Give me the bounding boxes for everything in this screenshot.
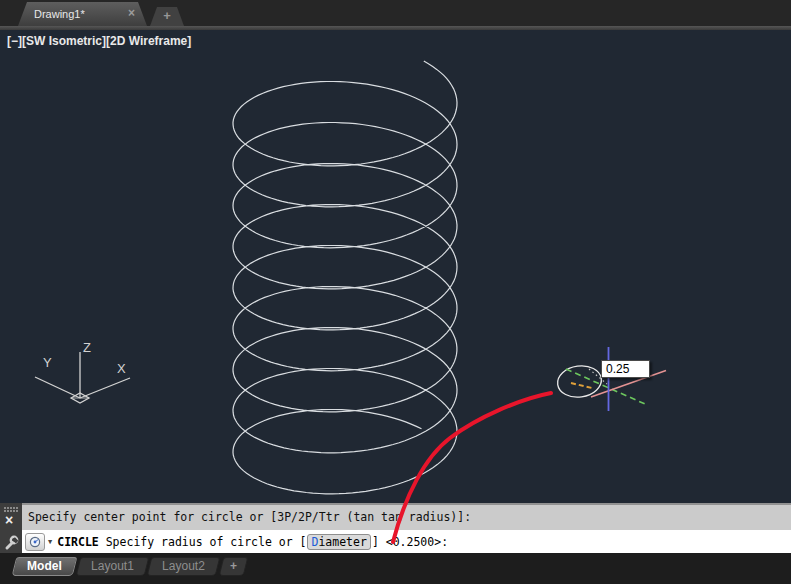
- file-tab-bar: Drawing1* × +: [0, 0, 791, 26]
- tab-layout1[interactable]: Layout1: [75, 557, 148, 576]
- model-canvas[interactable]: [−][SW Isometric][2D Wireframe]: [0, 30, 791, 503]
- file-tab-drawing1[interactable]: Drawing1* ×: [18, 2, 147, 26]
- tab-layout2[interactable]: Layout2: [147, 557, 220, 576]
- file-tab-close-icon[interactable]: ×: [128, 2, 135, 25]
- file-tab-label: Drawing1*: [34, 2, 85, 26]
- customize-wrench-icon[interactable]: [3, 535, 19, 551]
- command-circle-icon[interactable]: [25, 533, 45, 551]
- autocad-window: Drawing1* × + [−][SW Isometric][2D Wiref…: [0, 0, 791, 584]
- new-layout-button[interactable]: +: [219, 557, 249, 576]
- command-panel-strip: ×: [0, 503, 22, 553]
- viewport-minimize-control[interactable]: [−]: [7, 34, 22, 48]
- tab-model[interactable]: Model: [12, 557, 77, 576]
- command-prompt-suffix: ] <0.2500>:: [372, 535, 448, 549]
- command-panel: × Specify center point for circle or [3P…: [0, 503, 791, 553]
- command-history-line: Specify center point for circle or [3P/2…: [22, 503, 791, 530]
- command-prompt-text: Specify radius of circle or [: [99, 535, 307, 549]
- dynamic-input-tooltip[interactable]: 0.25: [601, 360, 650, 378]
- viewport-controls: [−][SW Isometric][2D Wireframe]: [7, 34, 191, 48]
- layout-tab-bar: Model Layout1 Layout2 +: [0, 553, 791, 584]
- command-option-diameter[interactable]: Diameter: [307, 534, 370, 550]
- viewport-visual-style-control[interactable]: [2D Wireframe]: [106, 34, 191, 48]
- drag-grip-icon[interactable]: [4, 507, 6, 509]
- command-close-button[interactable]: ×: [5, 513, 13, 527]
- recent-commands-caret-icon[interactable]: ▼: [48, 538, 52, 546]
- active-command-name: CIRCLE: [57, 535, 99, 549]
- command-input-line[interactable]: ▼ CIRCLE Specify radius of circle or [Di…: [22, 530, 791, 553]
- viewport-view-control[interactable]: [SW Isometric]: [22, 34, 106, 48]
- new-drawing-tab-button[interactable]: +: [150, 7, 184, 26]
